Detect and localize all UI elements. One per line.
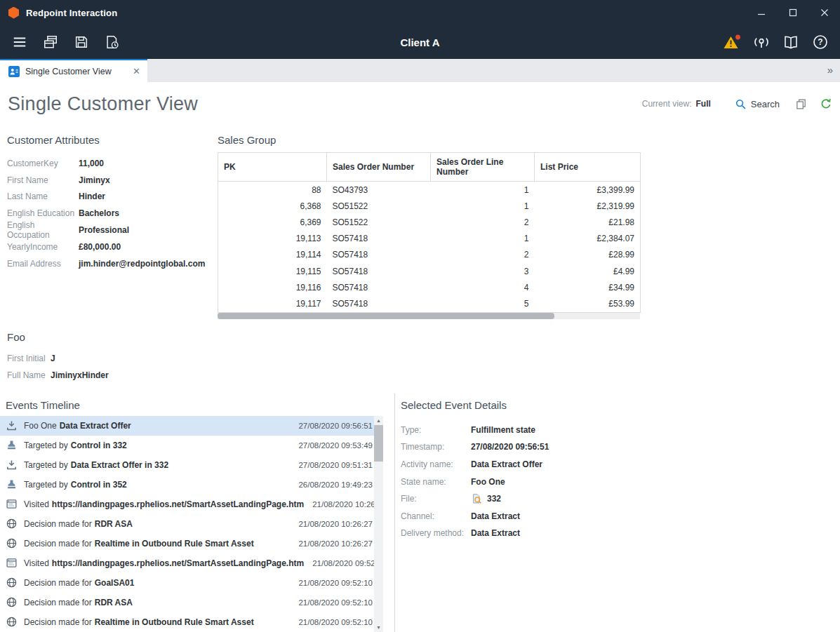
vertical-scrollbar-thumb[interactable]: [374, 425, 383, 462]
timeline-event-row[interactable]: Foo One Data Extract Offer 27/08/2020 09…: [0, 416, 374, 436]
refresh-button[interactable]: [820, 98, 832, 110]
maximize-button[interactable]: [777, 0, 808, 25]
window-controls: [745, 0, 840, 25]
current-view-value: Full: [695, 99, 710, 109]
attribute-value: Jiminyx: [79, 175, 110, 185]
detail-value: Data Extract Offer: [471, 459, 542, 469]
timeline-event-row[interactable]: Decision made for GoalSA01 21/08/2020 09…: [0, 573, 374, 593]
cell-list-price: £53.99: [535, 295, 641, 312]
timeline-event-row[interactable]: Visited https://landingpages.rphelios.ne…: [0, 553, 374, 573]
timeline-event-row[interactable]: Decision made for RDR ASA 21/08/2020 10:…: [0, 514, 374, 534]
events-vertical-scrollbar[interactable]: ▲ ▼: [374, 416, 383, 632]
timeline-event-row[interactable]: Visited https://landingpages.rphelios.ne…: [0, 495, 374, 514]
detail-label: Timestamp:: [401, 442, 471, 452]
event-subject: Data Extract Offer in 332: [71, 460, 168, 470]
attribute-value: 11,000: [79, 159, 104, 168]
globe-icon: [6, 537, 18, 549]
cell-list-price: £34.99: [535, 279, 641, 295]
table-row[interactable]: 19,114 SO57418 2 £28.99: [218, 247, 641, 263]
cell-list-price: £28.99: [535, 247, 641, 263]
scroll-down-arrow-icon[interactable]: ▼: [374, 623, 383, 632]
timeline-event-row[interactable]: Decision made for RDR ASA 21/08/2020 09:…: [0, 593, 374, 612]
page-title: Single Customer View: [8, 93, 198, 115]
book-icon[interactable]: [777, 28, 805, 56]
cell-list-price: £4.99: [535, 263, 641, 279]
attribute-row: YearlyIncome £80,000.00: [7, 238, 218, 255]
cell-pk: 19,114: [218, 247, 327, 263]
attribute-row: Last Name Hinder: [7, 189, 218, 206]
globe-icon: [6, 577, 18, 589]
workflow-icon[interactable]: [36, 28, 65, 56]
cell-pk: 19,117: [218, 295, 327, 312]
tab-overflow-chevron-icon[interactable]: »: [827, 64, 833, 76]
timeline-event-row[interactable]: Targeted by Control in 332 27/08/2020 09…: [0, 436, 374, 455]
table-row[interactable]: 6,368 SO51522 1 £2,319.99: [218, 198, 641, 214]
cell-sales-order-number: SO57418: [327, 295, 431, 312]
detail-label: Type:: [401, 425, 471, 435]
cell-sales-order-line-number: 2: [431, 214, 535, 230]
attribute-value: jim.hinder@redpointglobal.com: [79, 259, 205, 269]
event-subject: Data Extract Offer: [60, 421, 131, 431]
detail-label: Channel:: [401, 511, 471, 521]
timeline-event-row[interactable]: Decision made for Realtime in Outbound R…: [0, 612, 374, 632]
event-prefix: Foo One: [24, 421, 57, 431]
minimize-button[interactable]: [745, 0, 777, 25]
sales-table-scrollbar-thumb[interactable]: [218, 313, 554, 319]
detail-row: Timestamp: 27/08/2020 09:56:51: [401, 438, 840, 456]
search-button[interactable]: Search: [735, 98, 780, 110]
cell-sales-order-number: SO57418: [327, 279, 431, 295]
timeline-event-row[interactable]: Targeted by Control in 352 26/08/2020 19…: [0, 475, 374, 495]
cell-pk: 19,115: [218, 263, 327, 279]
event-prefix: Decision made for: [24, 578, 92, 588]
scroll-up-arrow-icon[interactable]: ▲: [374, 416, 383, 425]
column-header-pk: PK: [218, 153, 327, 182]
event-prefix: Decision made for: [24, 617, 92, 627]
sales-group-section: Sales Group PK Sales Order Number Sales …: [218, 134, 640, 319]
table-row[interactable]: 19,116 SO57418 4 £34.99: [218, 279, 641, 295]
selected-event-details-title: Selected Event Details: [401, 399, 840, 411]
copy-icon: [795, 98, 807, 110]
tab-close-icon[interactable]: ✕: [133, 67, 140, 76]
event-timestamp: 27/08/2020 09:53:49: [290, 441, 373, 450]
sync-icon[interactable]: [747, 28, 775, 56]
detail-row: Activity name: Data Extract Offer: [401, 456, 840, 473]
event-prefix: Targeted by: [24, 460, 68, 470]
cell-list-price: £3,399.99: [535, 182, 641, 199]
event-subject: https://landingpages.rphelios.net/SmartA…: [52, 558, 304, 568]
selected-event-details-fields: Type: Fulfillment state Timestamp: 27/08…: [401, 422, 840, 542]
attribute-label: YearlyIncome: [7, 242, 79, 252]
table-row[interactable]: 88 SO43793 1 £3,399.99: [218, 182, 641, 199]
tab-single-customer-view[interactable]: Single Customer View ✕: [0, 59, 147, 82]
download-icon: [6, 419, 18, 431]
table-row[interactable]: 19,117 SO57418 5 £53.99: [218, 295, 641, 312]
titlebar: Redpoint Interaction: [0, 0, 840, 25]
table-row[interactable]: 6,369 SO51522 2 £21.98: [218, 214, 641, 230]
detail-label: File:: [401, 494, 471, 504]
help-icon[interactable]: ?: [806, 28, 834, 56]
cell-sales-order-number: SO43793: [327, 182, 431, 199]
cell-sales-order-number: SO51522: [327, 214, 431, 230]
attribute-value: Bachelors: [79, 208, 119, 218]
event-timestamp: 27/08/2020 09:56:51: [290, 422, 373, 430]
scheduled-report-icon[interactable]: [98, 28, 126, 56]
refresh-icon: [820, 98, 832, 110]
table-row[interactable]: 19,113 SO57418 1 £2,384.07: [218, 231, 641, 247]
sales-table-horizontal-scrollbar[interactable]: [218, 313, 640, 319]
table-row[interactable]: 19,115 SO57418 3 £4.99: [218, 263, 641, 279]
attribute-label: CustomerKey: [7, 159, 79, 168]
alert-icon[interactable]: [718, 28, 746, 56]
event-prefix: Visited: [24, 499, 49, 509]
timeline-event-row[interactable]: Decision made for Realtime in Outbound R…: [0, 534, 374, 553]
detail-label: Activity name:: [401, 459, 471, 469]
events-timeline-title: Events Timeline: [0, 394, 394, 416]
detail-value: Data Extract: [471, 511, 520, 521]
save-icon[interactable]: [67, 28, 95, 56]
close-button[interactable]: [808, 0, 840, 25]
attribute-value: JiminyxHinder: [51, 370, 109, 380]
customer-attributes-title: Customer Attributes: [7, 134, 218, 146]
timeline-event-row[interactable]: Targeted by Data Extract Offer in 332 27…: [0, 455, 374, 475]
copy-button[interactable]: [795, 98, 807, 110]
sales-group-table: PK Sales Order Number Sales Order Line N…: [218, 152, 641, 313]
menu-icon[interactable]: [6, 28, 34, 56]
detail-value: 27/08/2020 09:56:51: [471, 442, 549, 452]
